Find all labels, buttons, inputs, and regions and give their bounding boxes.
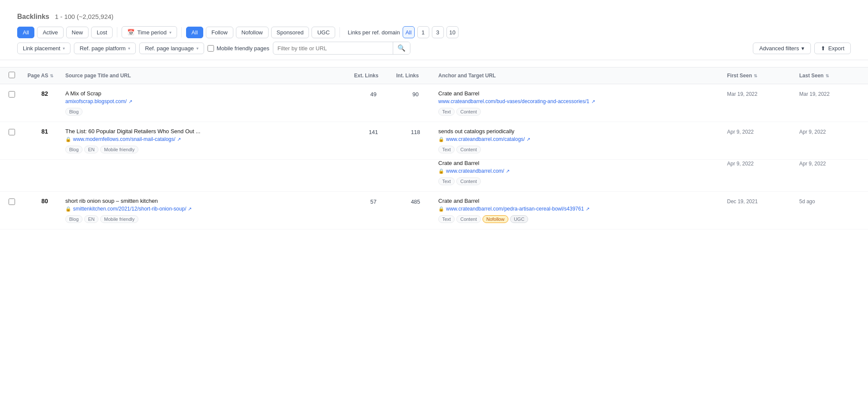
row-2-anchor: sends out catalogs periodically 🔒 www.cr…	[438, 128, 724, 153]
tag-content: Content	[456, 108, 481, 116]
row-2-source-link[interactable]: www.modernfellows.com/snail-mail-catalog…	[73, 136, 175, 142]
chevron-down-icon-3: ▾	[128, 46, 130, 51]
row-3-link-tags: Text Content Nofollow UGC	[438, 215, 724, 223]
link-type-sponsored[interactable]: Sponsored	[271, 27, 309, 38]
tag-mobile-friendly: Mobile friendly	[100, 146, 138, 153]
links-per-domain: Links per ref. domain All 1 3 10	[348, 26, 458, 38]
external-link-icon-7: ↗	[586, 206, 590, 212]
select-all-checkbox[interactable]	[9, 72, 15, 78]
row-2b-anchor-text: Crate and Barrel	[438, 160, 724, 166]
lock-icon-4: 🔒	[65, 206, 71, 212]
tag-nofollow: Nofollow	[483, 215, 508, 223]
status-filter-all[interactable]: All	[17, 27, 34, 38]
row-1-source: A Mix of Scrap amixofscrap.blogspot.com/…	[65, 90, 351, 116]
lpd-1[interactable]: 1	[417, 26, 429, 38]
status-filter-lost[interactable]: Lost	[91, 27, 113, 38]
row-2-source: The List: 60 Popular Digital Retailers W…	[65, 128, 351, 153]
row-1-source-link[interactable]: amixofscrap.blogspot.com/	[65, 98, 127, 104]
chevron-down-icon: ▾	[169, 30, 171, 35]
row-2b-link-tags: Text Content	[438, 177, 724, 185]
separator-3	[339, 27, 340, 37]
search-button[interactable]: 🔍	[393, 42, 410, 54]
search-input[interactable]	[273, 43, 393, 54]
link-type-nofollow[interactable]: Nofollow	[236, 27, 269, 38]
time-period-dropdown[interactable]: 📅 Time period ▾	[122, 26, 177, 38]
row-1-link-tags: Text Content	[438, 108, 724, 116]
tag-blog-2: Blog	[65, 146, 83, 153]
export-button[interactable]: ⬆ Export	[814, 43, 851, 54]
sort-icon-page-as[interactable]: ⇅	[50, 73, 53, 78]
mobile-friendly-checkbox[interactable]	[208, 45, 214, 52]
search-container: 🔍	[273, 42, 410, 55]
export-icon: ⬆	[821, 45, 825, 52]
link-placement-dropdown[interactable]: Link placement ▾	[17, 43, 70, 54]
lpd-10[interactable]: 10	[446, 26, 458, 38]
row-1-anchor: Crate and Barrel www.crateandbarrel.com/…	[438, 90, 724, 116]
tag-blog-3: Blog	[65, 215, 83, 223]
external-link-icon-3: ↗	[177, 137, 181, 142]
lpd-all[interactable]: All	[403, 26, 415, 38]
tag-text-3: Text	[438, 177, 455, 185]
mobile-friendly-checkbox-label[interactable]: Mobile friendly pages	[208, 45, 269, 52]
row-3-source-link[interactable]: smittenkitchen.com/2021/12/short-rib-oni…	[73, 206, 186, 212]
sort-icon-last-seen[interactable]: ⇅	[825, 73, 829, 78]
row-3-last-seen: 5d ago	[799, 198, 859, 205]
ref-page-platform-dropdown[interactable]: Ref. page platform ▾	[74, 43, 136, 54]
link-type-all[interactable]: All	[186, 27, 203, 38]
row-2-page-as: 81	[28, 128, 62, 135]
ref-page-language-dropdown[interactable]: Ref. page language ▾	[139, 43, 204, 54]
row-2b-target-link[interactable]: www.crateandbarrel.com/	[446, 168, 504, 174]
row-1-page-as: 82	[28, 90, 62, 97]
row-1-target-url: www.crateandbarrel.com/bud-vases/decorat…	[438, 98, 724, 104]
row-1-anchor-text: Crate and Barrel	[438, 90, 724, 97]
sort-icon-first-seen[interactable]: ⇅	[754, 73, 757, 78]
row-2-target-link[interactable]: www.crateandbarrel.com/catalogs/	[446, 136, 525, 142]
filter-row-2: Link placement ▾ Ref. page platform ▾ Re…	[17, 42, 851, 55]
link-type-ugc[interactable]: UGC	[312, 27, 335, 38]
external-link-icon-4: ↗	[526, 137, 530, 142]
row-2b-target-url: 🔒 www.crateandbarrel.com/ ↗	[438, 168, 724, 174]
row-3-target-link[interactable]: www.crateandbarrel.com/pedra-artisan-cer…	[446, 206, 584, 212]
lpd-3[interactable]: 3	[432, 26, 444, 38]
row-1-ext-links: 49	[354, 90, 393, 98]
table-row: Crate and Barrel 🔒 www.crateandbarrel.co…	[0, 160, 868, 192]
table-row: 80 short rib onion soup – smitten kitche…	[0, 192, 868, 229]
external-link-icon-6: ↗	[188, 206, 192, 212]
row-1-source-title: A Mix of Scrap	[65, 90, 351, 97]
row-1-source-url: amixofscrap.blogspot.com/ ↗	[65, 98, 351, 104]
row-3-anchor: Crate and Barrel 🔒 www.crateandbarrel.co…	[438, 198, 724, 223]
tag-content-2: Content	[456, 146, 481, 153]
row-2b-last-seen: Apr 9, 2022	[799, 160, 859, 167]
link-type-follow[interactable]: Follow	[206, 27, 233, 38]
external-link-icon: ↗	[128, 99, 132, 104]
chevron-down-icon-5: ▾	[801, 45, 804, 52]
row-2b-anchor: Crate and Barrel 🔒 www.crateandbarrel.co…	[438, 160, 724, 185]
row-1-last-seen: Mar 19, 2022	[799, 90, 859, 97]
tag-content-4: Content	[456, 215, 481, 223]
row-2-anchor-text: sends out catalogs periodically	[438, 128, 724, 134]
table-row: 81 The List: 60 Popular Digital Retailer…	[0, 122, 868, 160]
separator-1	[117, 27, 117, 37]
tag-ugc: UGC	[510, 215, 528, 223]
row-3-target-url: 🔒 www.crateandbarrel.com/pedra-artisan-c…	[438, 206, 724, 212]
row-2-target-url: 🔒 www.crateandbarrel.com/catalogs/ ↗	[438, 136, 724, 142]
tag-blog: Blog	[65, 108, 83, 116]
row-1-checkbox[interactable]	[9, 90, 24, 98]
row-3-first-seen: Dec 19, 2021	[727, 198, 796, 205]
tag-en-2: EN	[84, 215, 98, 223]
col-int-links: Int. Links	[396, 73, 435, 79]
row-1-target-link[interactable]: www.crateandbarrel.com/bud-vases/decorat…	[438, 98, 590, 104]
status-filter-active[interactable]: Active	[37, 27, 63, 38]
filter-row-1: All Active New Lost 📅 Time period ▾ All …	[17, 26, 851, 38]
status-filter-new[interactable]: New	[66, 27, 89, 38]
row-2-first-seen: Apr 9, 2022	[727, 128, 796, 135]
col-checkbox[interactable]	[9, 72, 24, 79]
row-2-link-tags-1: Text Content	[438, 146, 724, 153]
row-3-checkbox[interactable]	[9, 198, 24, 205]
calendar-icon: 📅	[127, 29, 134, 36]
row-3-tags: Blog EN Mobile friendly	[65, 215, 351, 223]
advanced-filters-button[interactable]: Advanced filters ▾	[753, 43, 811, 54]
row-2-checkbox[interactable]	[9, 128, 24, 135]
lock-icon-2: 🔒	[438, 137, 444, 142]
row-2-source-title: The List: 60 Popular Digital Retailers W…	[65, 128, 351, 134]
